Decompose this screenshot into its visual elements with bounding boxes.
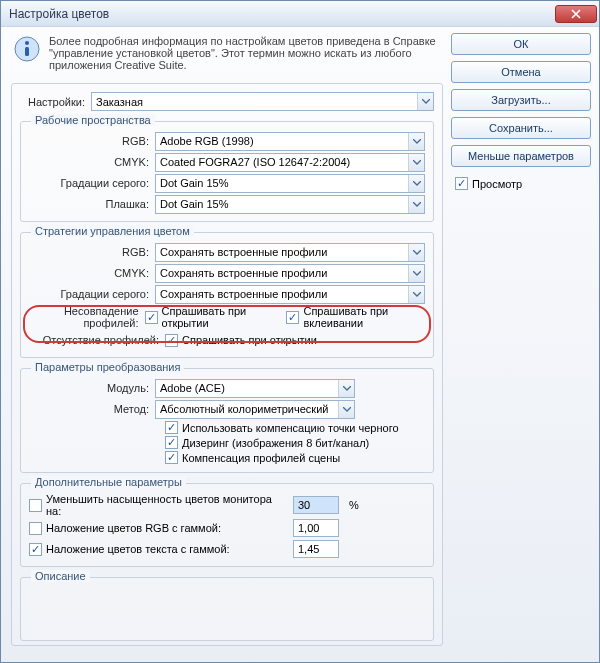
blend-text-check[interactable]: Наложение цветов текста с гаммой: (29, 543, 287, 556)
blend-rgb-value: 1,00 (298, 522, 319, 534)
cancel-label: Отмена (501, 66, 540, 78)
spot-select[interactable]: Dot Gain 15% (155, 195, 425, 214)
checkbox-icon (165, 436, 178, 449)
rgb-label: RGB: (29, 135, 149, 147)
settings-group: Настройки: Заказная Рабочие пространства… (11, 83, 443, 646)
conversion-group: Параметры преобразования Модуль: Adobe (… (20, 368, 434, 473)
color-settings-dialog: Настройка цветов Более подробная информа… (0, 0, 600, 663)
close-icon (571, 9, 581, 19)
close-button[interactable] (555, 5, 597, 23)
window-title: Настройка цветов (9, 7, 555, 21)
pol-rgb-value: Сохранять встроенные профили (160, 246, 327, 258)
ask-open-check[interactable]: Спрашивать при открытии (145, 305, 273, 329)
cancel-button[interactable]: Отмена (451, 61, 591, 83)
dither-check[interactable]: Дизеринг (изображения 8 бит/канал) (165, 436, 425, 449)
percent-label: % (349, 499, 359, 511)
chevron-down-icon (408, 265, 424, 282)
blend-text-input[interactable]: 1,45 (293, 540, 339, 558)
description-legend: Описание (31, 570, 90, 582)
preview-label: Просмотр (472, 178, 522, 190)
chevron-down-icon (417, 93, 433, 110)
pol-cmyk-value: Сохранять встроенные профили (160, 267, 327, 279)
load-label: Загрузить... (491, 94, 550, 106)
chevron-down-icon (408, 244, 424, 261)
cmyk-label: CMYK: (29, 156, 149, 168)
checkbox-icon (286, 311, 299, 324)
fewer-options-button[interactable]: Меньше параметров (451, 145, 591, 167)
description-group: Описание (20, 577, 434, 641)
pol-gray-label: Градации серого: (29, 288, 149, 300)
chevron-down-icon (408, 175, 424, 192)
gray-label: Градации серого: (29, 177, 149, 189)
intent-value: Абсолютный колориметрический (160, 403, 328, 415)
advanced-legend: Дополнительные параметры (31, 476, 186, 488)
desat-input[interactable]: 30 (293, 496, 339, 514)
ask-open2-check[interactable]: Спрашивать при открытии (165, 334, 317, 347)
ask-open2-label: Спрашивать при открытии (182, 334, 317, 346)
intent-label: Метод: (29, 403, 149, 415)
checkbox-icon (145, 311, 158, 324)
checkbox-icon (29, 543, 42, 556)
pol-rgb-label: RGB: (29, 246, 149, 258)
titlebar: Настройка цветов (1, 1, 599, 27)
pol-cmyk-label: CMYK: (29, 267, 149, 279)
chevron-down-icon (338, 380, 354, 397)
spot-label: Плашка: (29, 198, 149, 210)
ask-paste-label: Спрашивать при вклеивании (303, 305, 425, 329)
scene-check[interactable]: Компенсация профилей сцены (165, 451, 425, 464)
missing-label: Отсутствие профилей: (29, 334, 159, 346)
desat-check[interactable]: Уменьшить насыщенность цветов монитора н… (29, 493, 287, 517)
pol-cmyk-select[interactable]: Сохранять встроенные профили (155, 264, 425, 283)
checkbox-icon (165, 334, 178, 347)
desat-label: Уменьшить насыщенность цветов монитора н… (46, 493, 287, 517)
blend-text-value: 1,45 (298, 543, 319, 555)
ask-paste-check[interactable]: Спрашивать при вклеивании (286, 305, 425, 329)
policies-group: Стратегии управления цветом RGB: Сохраня… (20, 232, 434, 358)
advanced-group: Дополнительные параметры Уменьшить насыщ… (20, 483, 434, 567)
cmyk-select[interactable]: Coated FOGRA27 (ISO 12647-2:2004) (155, 153, 425, 172)
desat-value: 30 (298, 499, 310, 511)
pol-gray-select[interactable]: Сохранять встроенные профили (155, 285, 425, 304)
checkbox-icon (29, 522, 42, 535)
cmyk-value: Coated FOGRA27 (ISO 12647-2:2004) (160, 156, 350, 168)
bpc-check[interactable]: Использовать компенсацию точки черного (165, 421, 425, 434)
settings-value: Заказная (96, 96, 143, 108)
engine-select[interactable]: Adobe (ACE) (155, 379, 355, 398)
ask-open-label: Спрашивать при открытии (162, 305, 273, 329)
chevron-down-icon (408, 196, 424, 213)
ok-label: ОК (514, 38, 529, 50)
rgb-value: Adobe RGB (1998) (160, 135, 254, 147)
intent-select[interactable]: Абсолютный колориметрический (155, 400, 355, 419)
save-button[interactable]: Сохранить... (451, 117, 591, 139)
bpc-label: Использовать компенсацию точки черного (182, 422, 399, 434)
pol-rgb-select[interactable]: Сохранять встроенные профили (155, 243, 425, 262)
svg-rect-2 (25, 47, 29, 56)
ok-button[interactable]: ОК (451, 33, 591, 55)
settings-select[interactable]: Заказная (91, 92, 434, 111)
load-button[interactable]: Загрузить... (451, 89, 591, 111)
blend-rgb-label: Наложение цветов RGB с гаммой: (46, 522, 221, 534)
policies-legend: Стратегии управления цветом (31, 225, 194, 237)
scene-label: Компенсация профилей сцены (182, 452, 340, 464)
chevron-down-icon (338, 401, 354, 418)
save-label: Сохранить... (489, 122, 553, 134)
conversion-legend: Параметры преобразования (31, 361, 184, 373)
info-text: Более подробная информация по настройкам… (49, 35, 439, 71)
blend-text-label: Наложение цветов текста с гаммой: (46, 543, 230, 555)
rgb-select[interactable]: Adobe RGB (1998) (155, 132, 425, 151)
checkbox-icon (455, 177, 468, 190)
checkbox-icon (165, 451, 178, 464)
preview-check[interactable]: Просмотр (451, 177, 591, 190)
mismatch-label: Несовпадение профилей: (29, 305, 139, 329)
svg-point-1 (25, 41, 29, 45)
gray-select[interactable]: Dot Gain 15% (155, 174, 425, 193)
pol-gray-value: Сохранять встроенные профили (160, 288, 327, 300)
chevron-down-icon (408, 286, 424, 303)
blend-rgb-input[interactable]: 1,00 (293, 519, 339, 537)
gray-value: Dot Gain 15% (160, 177, 228, 189)
checkbox-icon (29, 499, 42, 512)
workspaces-group: Рабочие пространства RGB: Adobe RGB (199… (20, 121, 434, 222)
checkbox-icon (165, 421, 178, 434)
blend-rgb-check[interactable]: Наложение цветов RGB с гаммой: (29, 522, 287, 535)
info-icon (13, 35, 41, 63)
